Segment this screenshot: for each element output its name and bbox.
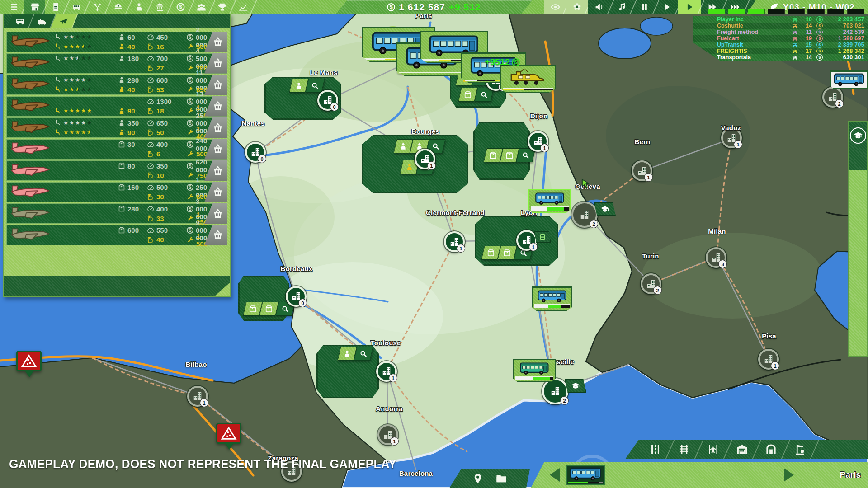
selector-prev-button[interactable]	[550, 468, 560, 482]
station-marker[interactable]: 3	[706, 247, 726, 268]
station-count-badge: 0	[330, 103, 339, 111]
vehicle-card-bus-blue[interactable]	[528, 189, 571, 213]
leaderboard-row[interactable]: Fuelcart19$1 580 697	[693, 35, 868, 42]
station-marker[interactable]: 1	[528, 131, 548, 152]
package-icon	[487, 249, 495, 257]
leaderboard-row[interactable]: UpTransit15$2 339 705	[693, 42, 868, 48]
topbar-bus-button[interactable]	[66, 0, 87, 14]
station-count-badge: 1	[427, 161, 436, 170]
topbar-person-button[interactable]	[128, 0, 149, 14]
build-rail-button[interactable]	[670, 440, 698, 459]
playback-music-button[interactable]	[610, 0, 633, 14]
topbar-stats-button[interactable]	[232, 0, 253, 14]
topbar-pilot-cap-button[interactable]	[108, 0, 128, 14]
person-icon	[295, 82, 303, 90]
shop-vehicle-row[interactable]: 600550$9 000 000401 500	[6, 225, 227, 245]
topbar-eye-button[interactable]	[544, 0, 566, 14]
package-icon	[118, 162, 125, 169]
speedo-icon	[147, 76, 154, 84]
station-marker[interactable]: 1	[758, 349, 779, 370]
topbar-menu-button[interactable]	[4, 0, 24, 14]
week-segment	[847, 9, 864, 14]
company-value: 1 268 342	[825, 48, 864, 54]
plane-image	[7, 205, 54, 223]
topbar-trophy-button[interactable]	[212, 0, 232, 14]
crowd-icon	[197, 2, 206, 12]
topbar-shop-button[interactable]	[24, 0, 45, 14]
leaderboard-row[interactable]: Player Inc10$2 203 457	[693, 16, 868, 23]
topbar-crowd-button[interactable]	[191, 0, 212, 14]
basket-icon	[212, 144, 223, 155]
station-marker[interactable]: 1	[377, 424, 398, 445]
shop-vehicle-row[interactable]: ★★★★★★★★★★350650$25 000 000★★★★★★★★★★905…	[6, 117, 227, 138]
build-airport-button[interactable]	[698, 440, 727, 459]
company-value: 703 021	[825, 23, 864, 29]
fuel-tab[interactable]	[534, 231, 551, 243]
station-marker[interactable]: 0	[317, 90, 338, 111]
leaderboard-row[interactable]: Freight method11$242 539	[693, 29, 868, 35]
currency-icon: $	[816, 42, 823, 48]
topbar-route-button[interactable]	[87, 0, 108, 14]
selected-vehicle-thumb[interactable]	[566, 465, 605, 485]
company-value: 2 203 457	[825, 16, 864, 23]
playback-pause-button[interactable]	[633, 0, 656, 14]
bus-icon	[791, 36, 799, 42]
topbar-list-button[interactable]	[45, 0, 66, 14]
selector-next-button[interactable]	[784, 468, 794, 482]
build-train-depot-button[interactable]	[756, 440, 785, 459]
person-icon	[118, 76, 125, 84]
build-crane-button[interactable]	[785, 440, 814, 459]
playback-play-button[interactable]	[656, 0, 678, 14]
shop-vehicle-row[interactable]: 30400$240 0006500	[6, 139, 227, 160]
package-icon	[118, 184, 125, 191]
research-button[interactable]	[849, 122, 867, 170]
station-marker[interactable]: 1	[187, 386, 208, 407]
package-icon	[265, 305, 273, 313]
vehicle-card-bus-blue[interactable]	[532, 286, 572, 311]
topbar-bank-button[interactable]	[149, 0, 170, 14]
vehicle-tab-card[interactable]	[830, 70, 868, 89]
station-marker[interactable]: 0	[245, 142, 266, 163]
music-icon	[617, 2, 627, 12]
build-road-button[interactable]	[641, 440, 670, 459]
topbar-eco-button[interactable]	[566, 0, 588, 14]
station-marker[interactable]: 1	[444, 231, 465, 252]
station-marker[interactable]: 2	[641, 273, 661, 294]
leaderboard-row[interactable]: Coshuttle14$703 021	[693, 23, 868, 29]
playback-play-fast-button[interactable]	[678, 0, 701, 14]
vehicle-card-train-gold[interactable]	[500, 65, 556, 93]
warning-marker[interactable]	[16, 351, 42, 377]
station-marker[interactable]: 0	[286, 286, 307, 307]
station-marker[interactable]: 1	[632, 160, 652, 181]
package-icon	[464, 91, 472, 99]
speedo-icon	[147, 184, 154, 191]
leaderboard-row[interactable]: FREIGHTIS17$1 268 342	[693, 48, 868, 54]
map-pin-button[interactable]	[472, 473, 484, 484]
topbar-finance-button[interactable]: $	[170, 0, 191, 14]
person-icon	[399, 142, 407, 150]
station-count-badge: 2	[653, 286, 662, 295]
playback-speaker-button[interactable]	[588, 0, 610, 14]
shop-tab-plane[interactable]	[51, 14, 78, 28]
station-marker[interactable]: 1	[516, 230, 537, 251]
leaderboard-row[interactable]: Transportala14$630 301	[693, 54, 868, 61]
map-nav-bar	[449, 469, 530, 488]
warning-marker[interactable]	[216, 423, 242, 450]
bus-icon	[15, 16, 26, 26]
station-marker[interactable]: 2	[571, 202, 598, 228]
education-tab[interactable]	[565, 379, 586, 393]
station-marker[interactable]: 2	[822, 87, 843, 108]
fuel-icon	[147, 43, 154, 50]
station-marker[interactable]: 1	[376, 361, 397, 382]
build-bus-depot-button[interactable]	[727, 440, 756, 459]
company-name: FREIGHTIS	[717, 48, 791, 54]
folder-button[interactable]	[495, 473, 507, 484]
company-value: 630 301	[825, 54, 864, 61]
bus-icon	[791, 23, 799, 29]
vehicle-card-bus-green[interactable]	[513, 359, 556, 382]
basket-icon	[212, 122, 223, 133]
seat-icon	[54, 55, 61, 62]
inspect-button[interactable]	[354, 347, 373, 361]
education-tab[interactable]	[594, 202, 616, 216]
station-marker[interactable]: 1	[415, 149, 435, 169]
